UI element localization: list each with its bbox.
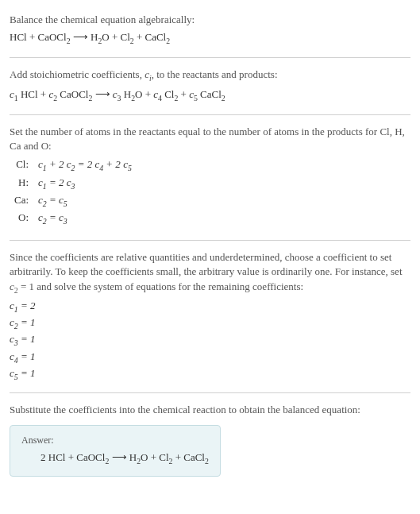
t1: HCl + [18, 88, 49, 100]
divider-1 [10, 57, 410, 58]
intro-2b: , to the reactants and products: [152, 68, 278, 80]
aeq7: + CaCl [172, 451, 205, 463]
atom-eq-o: c2 = c3 [33, 210, 137, 227]
section-add-coefficients: Add stoichiometric coefficients, ci, to … [10, 61, 410, 110]
coeff-line-5: c5 = 1 [10, 366, 410, 382]
intro-4a: Since the coefficients are relative quan… [10, 251, 403, 277]
atom-label-cl: Cl: [10, 157, 33, 174]
t6: + [178, 88, 189, 100]
coeff-line-2: c2 = 1 [10, 315, 410, 331]
intro-2a: Add stoichiometric coefficients, [10, 68, 144, 80]
eq-rhs-1: H [91, 31, 98, 43]
r0m1: + 2 [47, 158, 67, 170]
t7: CaCl [198, 88, 222, 100]
aeq8: 2 [205, 457, 209, 466]
balanced-equation: 2 HCl + CaOCl2 ⟶ H2O + Cl2 + CaCl2 [21, 450, 209, 466]
l2v: = 1 [18, 333, 36, 345]
eq-lhs-1: HCl + CaOCl [10, 31, 67, 43]
section-atom-equations: Set the number of atoms in the reactants… [10, 118, 410, 237]
atom-eq-cl: c1 + 2 c2 = 2 c4 + 2 c5 [33, 157, 137, 174]
atom-label-ca: Ca: [10, 192, 33, 210]
divider-4 [10, 392, 410, 393]
coeff-line-4: c4 = 1 [10, 350, 410, 365]
atom-balance-table: Cl: c1 + 2 c2 = 2 c4 + 2 c5 H: c1 = 2 c3… [10, 157, 137, 227]
section-solve: Since the coefficients are relative quan… [10, 244, 410, 389]
equation-with-coefficients: c1 HCl + c2 CaOCl2 ⟶ c3 H2O + c4 Cl2 + c… [10, 87, 410, 103]
atom-eq-h: c1 = 2 c3 [33, 175, 137, 192]
t7s: 2 [222, 93, 225, 102]
eq-rhs-sub-3: 2 [166, 37, 170, 45]
r0sd: 5 [128, 164, 132, 172]
l1v: = 1 [18, 316, 36, 328]
r2sc: 5 [64, 199, 67, 207]
l0v: = 2 [18, 300, 36, 311]
t2: CaOCl [57, 88, 88, 100]
r3sc: 3 [64, 217, 67, 226]
table-row: O: c2 = c3 [10, 210, 137, 227]
section-answer: Substitute the coefficients into the che… [10, 396, 410, 483]
r3eq: = [47, 211, 59, 223]
aeq1: 2 HCl + CaOCl [40, 451, 105, 463]
table-row: Cl: c1 + 2 c2 = 2 c4 + 2 c5 [10, 157, 137, 174]
coeff-line-3: c3 = 1 [10, 332, 410, 348]
intro-text-1: Balance the chemical equation algebraica… [10, 13, 410, 27]
atom-label-h: H: [10, 175, 33, 192]
equation-unbalanced: HCl + CaOCl2 ⟶ H2O + Cl2 + CaCl2 [10, 30, 410, 46]
intro-4b: = 1 and solve the system of equations fo… [18, 280, 303, 292]
atom-eq-ca: c2 = c5 [33, 192, 137, 210]
intro-text-5: Substitute the coefficients into the che… [10, 403, 410, 417]
r2eq: = [47, 194, 59, 206]
aeqarrow: ⟶ [109, 451, 129, 463]
intro-text-2: Add stoichiometric coefficients, ci, to … [10, 68, 410, 83]
l3v: = 1 [18, 350, 36, 362]
l4v: = 1 [18, 367, 36, 379]
eq-rhs-3: + CaCl [134, 31, 167, 43]
aeq3: H [129, 451, 137, 463]
table-row: H: c1 = 2 c3 [10, 175, 137, 192]
arrow2: ⟶ [92, 88, 113, 100]
table-row: Ca: c2 = c5 [10, 192, 137, 210]
coeff-line-1: c1 = 2 [10, 299, 410, 315]
r1sc: 3 [71, 181, 75, 190]
t4: O + [135, 88, 153, 100]
answer-box: Answer: 2 HCl + CaOCl2 ⟶ H2O + Cl2 + CaC… [10, 425, 221, 477]
divider-2 [10, 114, 410, 115]
section-balance-intro: Balance the chemical equation algebraica… [10, 6, 410, 54]
eq-arrow-1: ⟶ [71, 31, 91, 43]
atom-label-o: O: [10, 210, 33, 227]
r0eq: = 2 [75, 158, 94, 170]
intro-text-3: Set the number of atoms in the reactants… [10, 125, 410, 153]
aeq5: O + Cl [141, 451, 169, 463]
t5: Cl [162, 88, 175, 100]
r0m2: + 2 [103, 158, 123, 170]
t3: H [121, 88, 131, 100]
r1eq: = 2 [47, 176, 67, 188]
divider-3 [10, 240, 410, 241]
intro-text-4: Since the coefficients are relative quan… [10, 250, 410, 296]
eq-rhs-2: O + Cl [102, 31, 130, 43]
answer-label: Answer: [21, 434, 209, 447]
